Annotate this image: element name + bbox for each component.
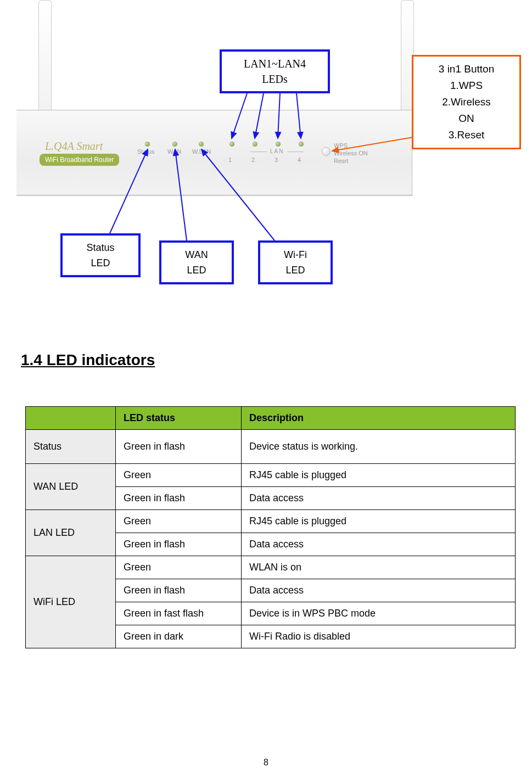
callout-3in1-l3: 2.Wireless xyxy=(421,94,512,110)
cell-status: Green in flash xyxy=(116,533,242,556)
cell-status: Green in fast flash xyxy=(116,602,242,625)
antenna-left xyxy=(38,0,52,110)
router-diagram: L.Q4A Smart WiFi Broadband Router Status… xyxy=(16,0,522,285)
table-row: WAN LED Green RJ45 cable is plugged xyxy=(26,464,516,487)
callout-wan-l1: WAN xyxy=(169,247,224,262)
th-description: Description xyxy=(242,407,516,430)
callout-3in1-l2: 1.WPS xyxy=(421,77,512,94)
cell-name: LAN LED xyxy=(26,510,116,556)
cell-desc: Wi-Fi Radio is disabled xyxy=(242,625,516,648)
cell-name: WiFi LED xyxy=(26,556,116,648)
section-title: 1.4 LED indicators xyxy=(21,351,155,369)
th-blank xyxy=(26,407,116,430)
lan4-led-dot xyxy=(299,142,304,147)
cell-status: Green in dark xyxy=(116,625,242,648)
cell-status: Green xyxy=(116,556,242,579)
callout-status-led: Status LED xyxy=(60,233,141,277)
label-lan1: 1 xyxy=(228,156,232,163)
callout-3in1: 3 in1 Button 1.WPS 2.Wireless ON 3.Reset xyxy=(412,55,521,149)
cell-desc: RJ45 cable is plugged xyxy=(242,464,516,487)
callout-lan-l1: LAN1~LAN4 xyxy=(229,56,320,71)
callout-wan-led: WAN LED xyxy=(159,240,234,284)
label-lan3: 3 xyxy=(275,156,278,163)
page-number: 8 xyxy=(0,758,532,768)
led-indicators-table: LED status Description Status Green in f… xyxy=(25,406,516,648)
cell-name: WAN LED xyxy=(26,464,116,510)
callout-status-l1: Status xyxy=(70,240,131,255)
cell-desc: RJ45 cable is plugged xyxy=(242,510,516,533)
wan-led-dot xyxy=(172,142,177,147)
lan2-led-dot xyxy=(253,142,257,147)
callout-status-l2: LED xyxy=(70,255,131,271)
cell-status: Green xyxy=(116,510,242,533)
label-wps: WPS Wireless ON Resrt xyxy=(334,142,368,165)
cell-status: Green in flash xyxy=(116,579,242,602)
label-status: Status xyxy=(137,148,154,155)
cell-desc: Data access xyxy=(242,533,516,556)
label-lan2: 2 xyxy=(251,156,255,163)
table-row: Status Green in flash Device status is w… xyxy=(26,430,516,464)
cell-desc: WLAN is on xyxy=(242,556,516,579)
callout-wifi-l2: LED xyxy=(268,262,323,278)
table-row: LAN LED Green RJ45 cable is plugged xyxy=(26,510,516,533)
table-row: WiFi LED Green WLAN is on xyxy=(26,556,516,579)
cell-desc: Data access xyxy=(242,487,516,510)
callout-3in1-l5: 3.Reset xyxy=(421,127,512,143)
cell-name: Status xyxy=(26,430,116,464)
cell-desc: Data access xyxy=(242,579,516,602)
status-led-dot xyxy=(145,142,150,147)
cell-status: Green in flash xyxy=(116,487,242,510)
lan3-led-dot xyxy=(276,142,281,147)
lan1-led-dot xyxy=(229,142,234,147)
cell-status: Green xyxy=(116,464,242,487)
router-badge-text: WiFi Broadband Router xyxy=(40,154,119,166)
callout-wan-l2: LED xyxy=(169,262,224,278)
cell-desc: Device status is working. xyxy=(242,430,516,464)
callout-wifi-l1: Wi-Fi xyxy=(268,247,323,262)
callout-wifi-led: Wi-Fi LED xyxy=(258,240,333,284)
label-wlan: W.LAN xyxy=(192,148,211,155)
label-wan: WAN xyxy=(167,148,181,155)
wlan-led-dot xyxy=(199,142,204,147)
page-container: L.Q4A Smart WiFi Broadband Router Status… xyxy=(0,0,532,784)
callout-3in1-l1: 3 in1 Button xyxy=(421,61,512,77)
label-lan: LAN xyxy=(247,148,307,154)
callout-lan-l2: LEDs xyxy=(229,71,320,87)
th-led-status: LED status xyxy=(116,407,242,430)
cell-status: Green in flash xyxy=(116,430,242,464)
label-lan4: 4 xyxy=(298,156,301,163)
callout-3in1-l4: ON xyxy=(421,110,512,127)
cell-desc: Device is in WPS PBC mode xyxy=(242,602,516,625)
table-header-row: LED status Description xyxy=(26,407,516,430)
callout-lan-leds: LAN1~LAN4 LEDs xyxy=(220,49,330,93)
wps-button-icon xyxy=(322,147,331,156)
router-brand-text: L.Q4A Smart xyxy=(45,140,103,153)
